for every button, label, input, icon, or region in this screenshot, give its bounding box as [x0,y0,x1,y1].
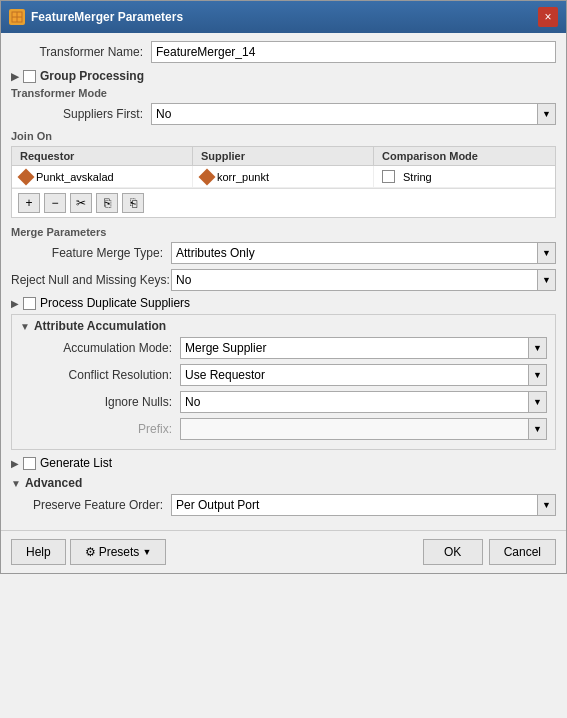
prefix-row: Prefix: ▼ [20,418,547,440]
ignore-nulls-container: No Yes ▼ [180,391,547,413]
presets-label: Presets [99,545,140,559]
process-duplicate-checkbox[interactable] [23,297,36,310]
preserve-feature-order-row: Preserve Feature Order: Per Output Port … [11,494,556,516]
group-processing-label: Group Processing [40,69,144,83]
close-button[interactable]: × [538,7,558,27]
group-processing-header: ▶ Group Processing [11,69,556,83]
merge-parameters-label: Merge Parameters [11,226,556,238]
process-duplicate-label: Process Duplicate Suppliers [40,296,190,310]
conflict-resolution-btn[interactable]: ▼ [529,364,547,386]
advanced-header: ▼ Advanced [11,476,556,490]
accumulation-mode-row: Accumulation Mode: Merge Supplier Keep R… [20,337,547,359]
generate-list-label: Generate List [40,456,112,470]
col-requestor: Requestor [12,147,193,165]
feature-merge-type-label: Feature Merge Type: [11,246,171,260]
reject-null-row: Reject Null and Missing Keys: No Yes ▼ [11,269,556,291]
footer-right: OK Cancel [423,539,556,565]
prefix-input-container: ▼ [180,418,547,440]
prefix-label: Prefix: [20,422,180,436]
feature-merge-type-container: Attributes Only Geometry and Attributes … [171,242,556,264]
merge-parameters-section: Merge Parameters Feature Merge Type: Att… [11,226,556,310]
comparison-value: String [403,171,432,183]
cut-row-button[interactable]: ✂ [70,193,92,213]
dialog-footer: Help ⚙ Presets ▼ OK Cancel [1,530,566,573]
dialog-icon [9,9,25,25]
ignore-nulls-select[interactable]: No Yes [180,391,529,413]
group-processing-checkbox[interactable] [23,70,36,83]
feature-merge-type-btn[interactable]: ▼ [538,242,556,264]
suppliers-first-dropdown-btn[interactable]: ▼ [538,103,556,125]
requestor-icon [18,168,35,185]
preserve-feature-order-container: Per Output Port Yes No ▼ [171,494,556,516]
reject-null-select[interactable]: No Yes [171,269,538,291]
attribute-accumulation-header: ▼ Attribute Accumulation [20,319,547,333]
join-on-table: Requestor Supplier Comparison Mode Punkt… [11,146,556,218]
supplier-cell: korr_punkt [193,166,374,187]
ignore-nulls-btn[interactable]: ▼ [529,391,547,413]
col-supplier: Supplier [193,147,374,165]
table-row[interactable]: Punkt_avskalad korr_punkt String [12,166,555,188]
generate-list-checkbox[interactable] [23,457,36,470]
dialog-title: FeatureMerger Parameters [31,10,183,24]
conflict-resolution-row: Conflict Resolution: Use Requestor Use S… [20,364,547,386]
join-toolbar: + − ✂ ⎘ ⎗ [12,188,555,217]
reject-null-container: No Yes ▼ [171,269,556,291]
paste-row-button[interactable]: ⎗ [122,193,144,213]
generate-list-section: ▶ Generate List [11,456,556,470]
feature-merge-type-row: Feature Merge Type: Attributes Only Geom… [11,242,556,264]
process-dup-expand[interactable]: ▶ [11,298,19,309]
ok-button[interactable]: OK [423,539,483,565]
conflict-resolution-container: Use Requestor Use Supplier Concatenate ▼ [180,364,547,386]
accum-expand[interactable]: ▼ [20,321,30,332]
reject-null-label: Reject Null and Missing Keys: [11,273,171,287]
accumulation-mode-btn[interactable]: ▼ [529,337,547,359]
feature-merger-dialog: FeatureMerger Parameters × Transformer N… [0,0,567,574]
add-row-button[interactable]: + [18,193,40,213]
feature-merge-type-select[interactable]: Attributes Only Geometry and Attributes … [171,242,538,264]
remove-row-button[interactable]: − [44,193,66,213]
accumulation-mode-select[interactable]: Merge Supplier Keep Requestor Keep Suppl… [180,337,529,359]
prefix-dropdown-btn[interactable]: ▼ [529,418,547,440]
transformer-mode-label: Transformer Mode [11,87,556,99]
col-comparison: Comparison Mode [374,147,555,165]
reject-null-btn[interactable]: ▼ [538,269,556,291]
attribute-accumulation-label: Attribute Accumulation [34,319,166,333]
title-bar-left: FeatureMerger Parameters [9,9,183,25]
cancel-button[interactable]: Cancel [489,539,556,565]
help-button[interactable]: Help [11,539,66,565]
suppliers-first-container: No ▼ [151,103,556,125]
transformer-mode-section: Transformer Mode Suppliers First: No ▼ [11,87,556,125]
join-table-header: Requestor Supplier Comparison Mode [12,147,555,166]
generate-list-expand[interactable]: ▶ [11,458,19,469]
supplier-icon [199,168,216,185]
requestor-value: Punkt_avskalad [36,171,114,183]
title-bar: FeatureMerger Parameters × [1,1,566,33]
preserve-feature-order-select[interactable]: Per Output Port Yes No [171,494,538,516]
requestor-cell: Punkt_avskalad [12,166,193,187]
presets-icon: ⚙ [85,545,96,559]
advanced-label: Advanced [25,476,82,490]
conflict-resolution-label: Conflict Resolution: [20,368,180,382]
conflict-resolution-select[interactable]: Use Requestor Use Supplier Concatenate [180,364,529,386]
join-on-label: Join On [11,130,556,142]
prefix-input[interactable] [180,418,529,440]
attribute-accumulation-section: ▼ Attribute Accumulation Accumulation Mo… [11,314,556,450]
suppliers-first-label: Suppliers First: [11,107,151,121]
comparison-checkbox[interactable] [382,170,395,183]
transformer-name-row: Transformer Name: [11,41,556,63]
process-duplicate-row: ▶ Process Duplicate Suppliers [11,296,556,310]
advanced-expand[interactable]: ▼ [11,478,21,489]
ignore-nulls-row: Ignore Nulls: No Yes ▼ [20,391,547,413]
presets-arrow: ▼ [142,547,151,557]
supplier-value: korr_punkt [217,171,269,183]
copy-row-button[interactable]: ⎘ [96,193,118,213]
group-processing-expand[interactable]: ▶ [11,71,19,82]
transformer-name-input[interactable] [151,41,556,63]
footer-left: Help ⚙ Presets ▼ [11,539,166,565]
presets-button[interactable]: ⚙ Presets ▼ [70,539,167,565]
preserve-feature-order-btn[interactable]: ▼ [538,494,556,516]
suppliers-first-row: Suppliers First: No ▼ [11,103,556,125]
suppliers-first-select[interactable]: No [151,103,538,125]
ignore-nulls-label: Ignore Nulls: [20,395,180,409]
accumulation-mode-label: Accumulation Mode: [20,341,180,355]
